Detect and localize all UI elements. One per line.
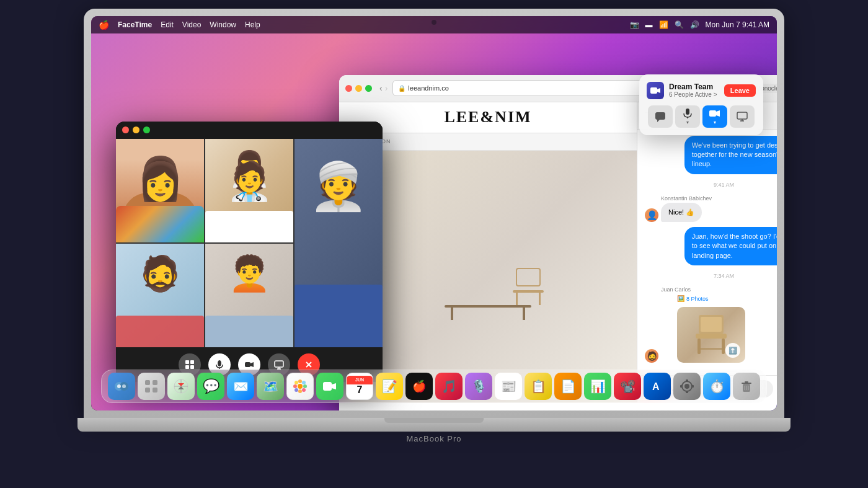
svg-rect-62 (742, 383, 751, 384)
svg-rect-23 (686, 109, 689, 115)
battery-icon: ▬ (645, 20, 653, 29)
close-button[interactable] (122, 126, 129, 133)
popup-video-button[interactable]: ▾ (702, 105, 727, 128)
siri-icon[interactable]: 🔊 (690, 20, 699, 29)
svg-point-50 (294, 388, 298, 392)
svg-rect-19 (650, 87, 657, 94)
svg-point-55 (684, 384, 689, 389)
svg-point-44 (298, 379, 302, 383)
popup-title-area: Dream Team 6 People Active > (647, 82, 717, 99)
screen-share-icon (736, 110, 748, 123)
svg-marker-53 (332, 383, 336, 389)
popup-text: Dream Team 6 People Active > (669, 82, 717, 98)
popup-header: Dream Team 6 People Active > Leave (647, 82, 756, 99)
chair-leg2 (539, 293, 541, 305)
dock-appstore[interactable]: A (644, 373, 671, 400)
website-nav: LEE&NIM (339, 102, 637, 133)
minimize-button[interactable] (133, 126, 140, 133)
menu-window[interactable]: Window (210, 20, 236, 29)
menu-video[interactable]: Video (182, 20, 201, 29)
dock-screentime[interactable]: ⏱️ (703, 373, 730, 400)
keynote-emoji: 📽️ (620, 379, 636, 394)
dock-photos[interactable] (286, 373, 314, 400)
dock-news[interactable]: 📰 (495, 373, 522, 400)
appstore-icon: A (650, 379, 665, 394)
dock-facetime[interactable] (316, 373, 343, 400)
maps-emoji: 🗺️ (263, 379, 278, 394)
svg-point-4 (218, 360, 221, 366)
dock-podcasts[interactable]: 🎙️ (465, 373, 492, 400)
menu-bar: 🍎 FaceTime Edit Video Window Help 📷 ▬ 📶 … (91, 16, 777, 33)
dock-pages[interactable]: 📄 (554, 373, 582, 400)
dock-system-prefs[interactable] (673, 373, 701, 400)
apple-menu[interactable]: 🍎 (99, 20, 109, 30)
svg-text:A: A (652, 381, 660, 392)
photo-card[interactable]: ⬆️ (677, 307, 745, 363)
dock-keynote[interactable]: 📽️ (614, 373, 641, 400)
dock-notes[interactable]: 📝 (376, 373, 403, 400)
mic-icon (681, 107, 694, 120)
svg-point-33 (122, 384, 126, 388)
dock-music[interactable]: 🎵 (435, 373, 463, 400)
svg-rect-27 (737, 112, 747, 119)
svg-marker-41 (178, 383, 184, 386)
dock-maps[interactable]: 🗺️ (257, 373, 284, 400)
browser-minimize[interactable] (355, 85, 362, 92)
website-main: LEE&NIM COLLECTION (339, 102, 637, 402)
dock-safari[interactable] (167, 373, 195, 400)
sender-name-juan: Juan Carlos (661, 286, 691, 293)
search-icon[interactable]: 🔍 (675, 20, 684, 29)
calendar-month-label: JUN (355, 378, 364, 382)
maximize-button[interactable] (143, 126, 150, 133)
svg-rect-36 (145, 388, 150, 393)
music-emoji: 🎵 (441, 379, 457, 394)
dock-messages[interactable]: 💬 (197, 373, 224, 400)
sender-name-1: Konstantin Babichev (661, 195, 712, 202)
forward-button[interactable]: › (385, 83, 388, 93)
dock-appletv[interactable]: 🍎 (405, 373, 433, 400)
browser-maximize[interactable] (365, 85, 372, 92)
menu-help[interactable]: Help (245, 20, 260, 29)
dock-finder[interactable] (108, 373, 135, 400)
app-name[interactable]: FaceTime (118, 20, 152, 29)
numbers-emoji: 📊 (590, 379, 606, 394)
dock-launchpad[interactable] (138, 373, 165, 400)
facetime-notification-popup: Dream Team 6 People Active > Leave (639, 74, 763, 135)
chat-icon (654, 110, 666, 123)
wifi-icon[interactable]: 📶 (659, 20, 668, 29)
macbook-notch (384, 418, 484, 423)
macbook-base (78, 418, 790, 432)
chair (513, 268, 544, 305)
website-hero (339, 151, 637, 402)
dock-stickies[interactable]: 📋 (525, 373, 552, 400)
menu-edit[interactable]: Edit (161, 20, 174, 29)
camera-icon[interactable]: 📷 (630, 20, 639, 29)
svg-rect-58 (686, 391, 688, 393)
browser-close[interactable] (345, 85, 352, 92)
svg-point-45 (298, 389, 302, 393)
facetime-cell-3: 🧔 (116, 244, 204, 347)
back-button[interactable]: ‹ (379, 83, 383, 93)
facetime-titlebar (116, 122, 383, 139)
dock-mail[interactable]: ✉️ (227, 373, 254, 400)
message-timestamp-1: 9:41 AM (645, 182, 777, 188)
screentime-emoji: ⏱️ (709, 379, 725, 394)
table-top (445, 305, 531, 308)
svg-rect-16 (698, 339, 701, 354)
svg-point-43 (298, 384, 303, 389)
dock-numbers[interactable]: 📊 (584, 373, 611, 400)
svg-rect-57 (686, 379, 688, 382)
svg-point-48 (294, 381, 298, 384)
popup-screen-share-button[interactable] (730, 105, 755, 128)
popup-controls: ▾ ▾ (647, 105, 756, 128)
popup-mic-button[interactable]: ▾ (675, 105, 700, 128)
dock-trash[interactable] (733, 373, 760, 400)
message-with-avatar-2: 👤 Nice! 👍 (645, 203, 702, 222)
dock-calendar[interactable]: JUN 7 (346, 373, 373, 400)
svg-rect-59 (680, 385, 683, 388)
facetime-dock-icon (322, 379, 337, 394)
leave-button[interactable]: Leave (724, 84, 756, 97)
popup-chat-button[interactable] (648, 105, 673, 128)
mic-chevron: ▾ (686, 120, 689, 125)
svg-point-49 (302, 381, 306, 384)
